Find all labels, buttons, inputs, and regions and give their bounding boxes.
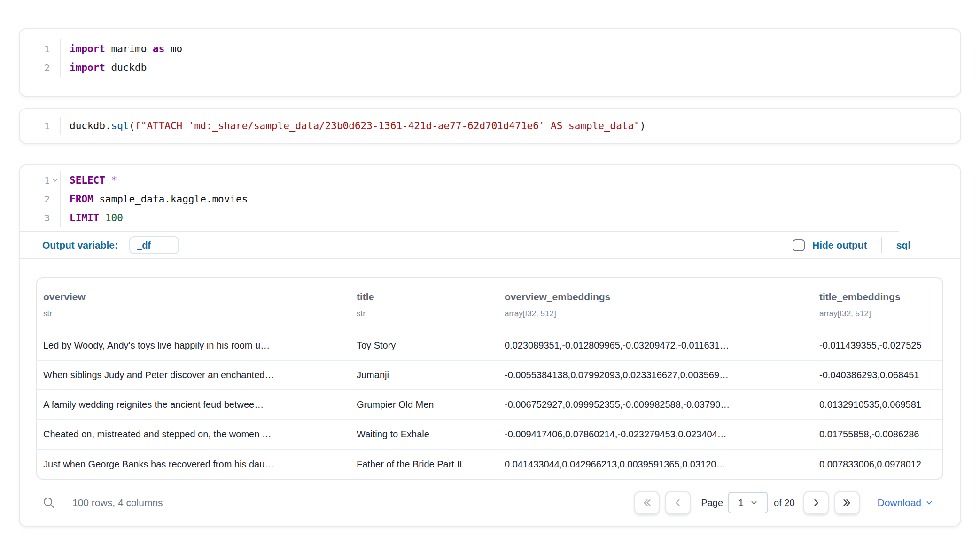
table-cell: 0.007833006,0.0978012: [813, 449, 942, 479]
previous-page-button[interactable]: [665, 491, 691, 514]
fold-chevron-icon[interactable]: [51, 177, 59, 184]
code-token: import: [70, 43, 105, 54]
table-cell: 0.0132910535,0.069581: [813, 390, 942, 420]
row-count-status: 100 rows, 4 columns: [72, 497, 163, 508]
line-number: 1: [20, 171, 61, 190]
code-token: [99, 212, 105, 224]
double-chevron-left-icon: [641, 497, 653, 508]
code-token: ): [640, 120, 646, 132]
page-label: Page: [701, 498, 723, 508]
hide-output-checkbox[interactable]: [793, 239, 805, 251]
code-token: LIMIT: [70, 212, 99, 224]
double-chevron-right-icon: [841, 497, 853, 508]
code-text: LIMIT 100: [61, 209, 123, 227]
table-cell: 0.041433044,0.042966213,0.0039591365,0.0…: [498, 449, 813, 479]
hide-output-label: Hide output: [812, 240, 867, 251]
code-token: SELECT: [70, 175, 105, 186]
code-editor-imports[interactable]: 1import marimo as mo2import duckdb: [20, 29, 960, 96]
page-total-label: of 20: [774, 498, 794, 508]
column-dtype: array[f32, 512]: [505, 308, 807, 319]
table-cell: 0.023089351,-0.012809965,-0.03209472,-0.…: [498, 331, 813, 360]
table-cell: -0.011439355,-0.027525: [813, 331, 942, 360]
output-variable-input[interactable]: [129, 236, 179, 254]
dataframe-table: overviewstrtitlestroverview_embeddingsar…: [36, 277, 943, 480]
table-row: A family wedding reignites the ancient f…: [37, 390, 942, 420]
sql-cell-meta-row: Output variable: Hide output sql: [20, 232, 960, 259]
column-name: title: [357, 290, 492, 303]
chevron-right-icon: [810, 497, 822, 508]
cell-output: overviewstrtitlestroverview_embeddingsar…: [20, 259, 960, 480]
code-token: 100: [105, 212, 123, 224]
table-cell: Toy Story: [350, 331, 498, 360]
download-button[interactable]: Download: [878, 497, 933, 508]
last-page-button[interactable]: [834, 491, 860, 514]
code-text: duckdb.sql(f"ATTACH 'md:_share/sample_da…: [61, 117, 646, 135]
vertical-divider: [881, 237, 882, 253]
marimo-notebook: 1import marimo as mo2import duckdb 1duck…: [0, 28, 980, 560]
table-cell: Jumanji: [350, 360, 498, 390]
column-header[interactable]: titlestr: [350, 278, 498, 331]
page-select-value: 1: [739, 498, 744, 508]
code-token: duckdb: [105, 62, 147, 73]
code-line: 1SELECT *: [20, 171, 960, 190]
code-token: [105, 175, 111, 186]
line-number: 1: [20, 39, 61, 58]
table-cell: Led by Woody, Andy's toys live happily i…: [37, 331, 350, 360]
table-row: Led by Woody, Andy's toys live happily i…: [37, 331, 942, 360]
code-token: f"ATTACH 'md:_share/sample_data/23b0d623…: [135, 120, 640, 132]
code-token: mo: [164, 43, 182, 54]
table-cell: Grumpier Old Men: [350, 390, 498, 420]
code-line: 1import marimo as mo: [20, 39, 960, 58]
table-header-row: overviewstrtitlestroverview_embeddingsar…: [37, 278, 942, 331]
table-cell: -0.0055384138,0.07992093,0.023316627,0.0…: [498, 360, 813, 390]
code-token: sample_data.kaggle.movies: [93, 194, 248, 205]
table-cell: -0.040386293,0.068451: [813, 360, 942, 390]
column-name: title_embeddings: [819, 290, 936, 303]
table-row: Cheated on, mistreated and stepped on, t…: [37, 420, 942, 449]
code-line: 2import duckdb: [20, 58, 960, 77]
column-dtype: str: [357, 308, 492, 319]
table-footer: 100 rows, 4 columns Page 1: [20, 480, 960, 526]
code-text: SELECT *: [61, 171, 117, 190]
line-number: 3: [20, 209, 61, 227]
table-cell: When siblings Judy and Peter discover an…: [37, 360, 350, 390]
column-header[interactable]: overviewstr: [37, 278, 350, 331]
code-editor-query[interactable]: 1SELECT *2FROM sample_data.kaggle.movies…: [20, 165, 960, 231]
table-row: When siblings Judy and Peter discover an…: [37, 360, 942, 390]
code-line: 3LIMIT 100: [20, 209, 960, 227]
code-token: marimo: [105, 43, 153, 54]
chevron-left-icon: [672, 497, 684, 508]
table-cell: Father of the Bride Part II: [350, 449, 498, 479]
code-token: FROM: [70, 194, 93, 205]
code-token: as: [153, 43, 164, 54]
code-token: sql: [111, 120, 129, 132]
pagination: Page 1 of 20: [634, 491, 933, 514]
code-token: *: [111, 175, 117, 186]
code-text: FROM sample_data.kaggle.movies: [61, 190, 248, 209]
table-cell: 0.01755858,-0.0086286: [813, 420, 942, 449]
column-header[interactable]: overview_embeddingsarray[f32, 512]: [498, 278, 813, 331]
page-select[interactable]: 1: [728, 492, 768, 513]
table-cell: Cheated on, mistreated and stepped on, t…: [37, 420, 350, 449]
code-text: import duckdb: [61, 58, 147, 77]
language-badge: sql: [896, 240, 910, 251]
column-header[interactable]: title_embeddingsarray[f32, 512]: [813, 278, 942, 331]
table-row: Just when George Banks has recovered fro…: [37, 449, 942, 479]
code-token: import: [70, 62, 105, 73]
column-dtype: array[f32, 512]: [819, 308, 936, 319]
line-number: 1: [20, 117, 61, 135]
code-editor-attach[interactable]: 1duckdb.sql(f"ATTACH 'md:_share/sample_d…: [20, 109, 960, 143]
table-cell: Just when George Banks has recovered fro…: [37, 449, 350, 479]
code-line: 2FROM sample_data.kaggle.movies: [20, 190, 960, 209]
search-icon[interactable]: [42, 496, 55, 509]
code-token: (: [129, 120, 135, 132]
line-number: 2: [20, 190, 61, 209]
next-page-button[interactable]: [803, 491, 829, 514]
output-variable-label: Output variable:: [42, 240, 118, 251]
table-cell: -0.009417406,0.07860214,-0.023279453,0.0…: [498, 420, 813, 449]
chevron-down-icon: [926, 499, 933, 506]
code-cell-attach: 1duckdb.sql(f"ATTACH 'md:_share/sample_d…: [19, 108, 961, 144]
first-page-button[interactable]: [634, 491, 660, 514]
column-name: overview_embeddings: [505, 290, 807, 303]
code-text: import marimo as mo: [61, 39, 182, 58]
